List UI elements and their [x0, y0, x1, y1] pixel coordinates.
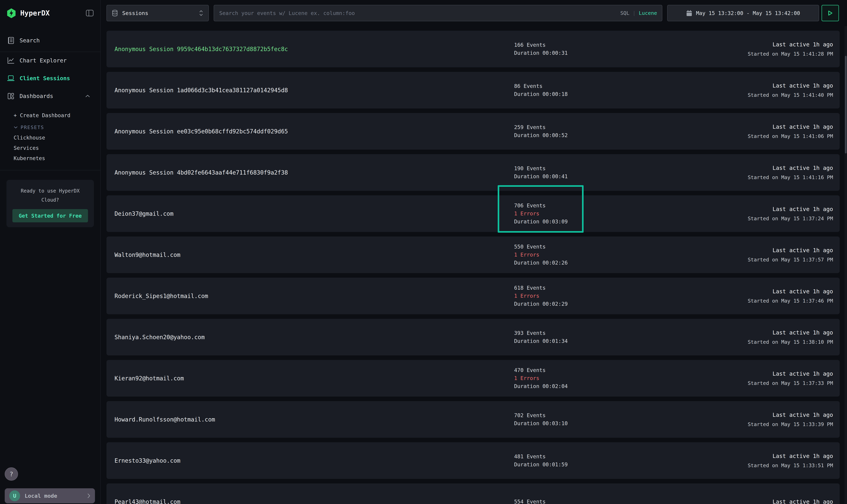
session-events: 86 Events [514, 82, 568, 90]
session-title: Anonymous Session ee03c95e0b68cffd92bc57… [115, 128, 288, 135]
sidebar-item-label: Dashboards [20, 93, 80, 100]
create-dashboard-button[interactable]: + Create Dashboard [0, 110, 100, 121]
preset-item-clickhouse[interactable]: Clickhouse [0, 132, 100, 143]
presets-toggle[interactable]: PRESETS [0, 122, 100, 132]
help-button[interactable]: ? [5, 467, 18, 481]
get-started-button[interactable]: Get Started for Free [12, 209, 88, 222]
sidebar-collapse-icon [86, 10, 94, 17]
local-mode-label: Local mode [24, 493, 82, 499]
sidebar: HyperDX Search [0, 0, 101, 504]
session-duration: Duration 00:01:34 [514, 337, 568, 345]
session-last-active: Last active 1h ago [773, 247, 833, 254]
session-stats: 259 Events Duration 00:00:52 [514, 113, 568, 150]
local-mode-pill[interactable]: U Local mode [5, 488, 95, 503]
session-stats: 481 Events Duration 00:01:59 [514, 442, 568, 479]
laptop-icon [7, 75, 15, 82]
cloud-card-text-line2: Cloud? [6, 196, 94, 204]
session-duration: Duration 00:00:52 [514, 131, 568, 139]
language-toggle-divider: | [633, 10, 636, 16]
session-stats: 702 Events Duration 00:03:10 [514, 401, 568, 438]
session-title: Anonymous Session 9959c464b13dc7637327d8… [115, 46, 288, 53]
preset-item-kubernetes[interactable]: Kubernetes [0, 153, 100, 163]
session-row[interactable]: Anonymous Session ee03c95e0b68cffd92bc57… [106, 113, 840, 150]
session-row[interactable]: Kieran92@hotmail.com 470 Events 1 Errors… [106, 360, 840, 397]
session-stats: 550 Events 1 Errors Duration 00:02:26 [514, 236, 568, 273]
session-errors: 1 Errors [514, 210, 568, 218]
session-last-active: Last active 1h ago [773, 124, 833, 130]
session-duration: Duration 00:00:41 [514, 173, 568, 180]
session-duration: Duration 00:00:18 [514, 90, 568, 98]
session-started: Started on May 15 1:33:51 PM [748, 463, 833, 468]
session-last-active: Last active 1h ago [773, 412, 833, 418]
session-row[interactable]: Anonymous Session 4bd02fe6643aaf44e711f6… [106, 154, 840, 191]
hyperdx-logo-icon [7, 8, 16, 18]
collapse-sidebar-button[interactable] [86, 10, 94, 17]
session-events: 190 Events [514, 164, 568, 173]
session-started: Started on May 15 1:37:46 PM [748, 298, 833, 304]
unfold-chevrons-icon [198, 10, 204, 17]
session-row[interactable]: Anonymous Session 9959c464b13dc7637327d8… [106, 31, 840, 67]
chevron-up-icon [85, 94, 90, 98]
sidebar-item-label: Search [20, 37, 93, 44]
cloud-card-text-line1: Ready to use HyperDX [6, 186, 94, 196]
session-row[interactable]: Pearl43@hotmail.com 554 Events Last acti… [106, 483, 840, 504]
sidebar-item-client-sessions[interactable]: Client Sessions [0, 70, 100, 86]
chevron-right-icon [87, 493, 90, 499]
session-row[interactable]: Ernesto33@yahoo.com 481 Events Duration … [106, 442, 840, 479]
date-range-picker[interactable]: May 15 13:32:00 - May 15 13:42:00 [667, 5, 819, 21]
session-row[interactable]: Walton9@hotmail.com 550 Events 1 Errors … [106, 236, 840, 273]
session-duration: Duration 00:02:29 [514, 300, 568, 308]
session-started: Started on May 15 1:33:39 PM [748, 421, 833, 427]
session-row[interactable]: Anonymous Session 1ad066d3c3b41cea381127… [106, 72, 840, 108]
session-title: Howard.Runolfsson@hotmail.com [115, 416, 215, 423]
session-title: Ernesto33@yahoo.com [115, 457, 180, 464]
session-last-active: Last active 1h ago [773, 288, 833, 295]
sidebar-divider [0, 52, 100, 52]
session-duration: Duration 00:01:59 [514, 461, 568, 469]
session-events: 470 Events [514, 366, 568, 374]
preset-label: Services [14, 145, 39, 151]
session-events: 618 Events [514, 284, 568, 292]
session-row[interactable]: Deion37@gmail.com 706 Events 1 Errors Du… [106, 195, 840, 232]
session-last-active: Last active 1h ago [773, 206, 833, 212]
session-stats: 86 Events Duration 00:00:18 [514, 72, 568, 108]
session-last-active: Last active 1h ago [773, 453, 833, 460]
sidebar-divider [0, 170, 100, 170]
session-title: Walton9@hotmail.com [115, 251, 180, 258]
chevron-down-icon [14, 126, 18, 129]
sidebar-item-dashboards[interactable]: Dashboards [0, 88, 100, 104]
session-last-active: Last active 1h ago [773, 82, 833, 89]
sidebar-item-search[interactable]: Search [0, 33, 100, 48]
session-row[interactable]: Howard.Runolfsson@hotmail.com 702 Events… [106, 401, 840, 438]
preset-item-services[interactable]: Services [0, 143, 100, 153]
session-errors: 1 Errors [514, 292, 568, 300]
scrollbar-track[interactable] [845, 26, 847, 504]
chart-line-icon [7, 57, 15, 64]
journal-search-icon [7, 37, 15, 44]
session-stats: 470 Events 1 Errors Duration 00:02:04 [514, 360, 568, 397]
source-select[interactable]: Sessions [106, 5, 209, 21]
session-duration: Duration 00:03:10 [514, 419, 568, 428]
session-started: Started on May 15 1:37:57 PM [748, 257, 833, 263]
session-errors: 1 Errors [514, 251, 568, 259]
session-started: Started on May 15 1:41:06 PM [748, 133, 833, 139]
session-last-active: Last active 1h ago [773, 165, 833, 171]
session-stats: 554 Events [514, 483, 546, 504]
sidebar-item-chart-explorer[interactable]: Chart Explorer [0, 53, 100, 68]
run-search-button[interactable] [822, 5, 839, 21]
session-events: 550 Events [514, 243, 568, 251]
session-duration: Duration 00:02:26 [514, 259, 568, 267]
session-last-active: Last active 1h ago [773, 329, 833, 336]
session-row[interactable]: Shaniya.Schoen20@yahoo.com 393 Events Du… [106, 319, 840, 356]
session-title: Anonymous Session 1ad066d3c3b41cea381127… [115, 87, 288, 94]
sql-toggle[interactable]: SQL [620, 10, 629, 16]
create-dashboard-label: + Create Dashboard [14, 112, 70, 119]
session-last-active: Last active 1h ago [773, 371, 833, 377]
scrollbar-thumb[interactable] [845, 56, 847, 154]
calendar-icon [686, 10, 692, 16]
session-events: 393 Events [514, 329, 568, 337]
session-row[interactable]: Roderick_Sipes1@hotmail.com 618 Events 1… [106, 277, 840, 314]
dashboard-grid-icon [7, 93, 15, 100]
search-input[interactable] [219, 10, 617, 16]
lucene-toggle[interactable]: Lucene [639, 10, 657, 16]
